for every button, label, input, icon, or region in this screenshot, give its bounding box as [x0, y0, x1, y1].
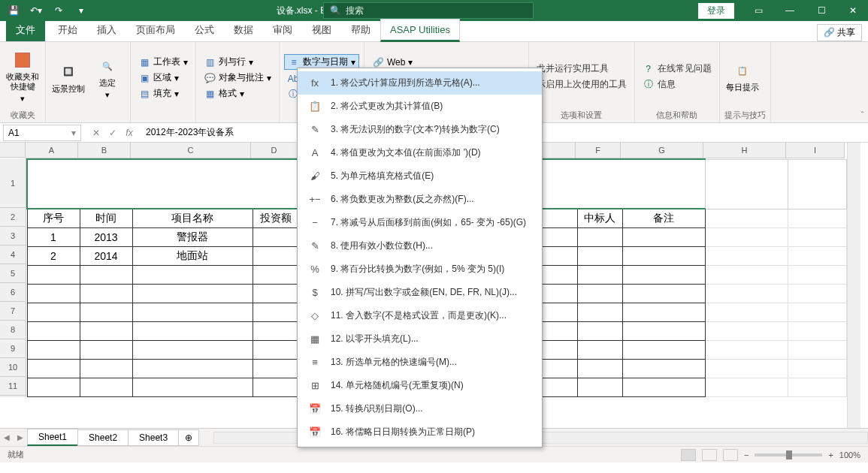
cell[interactable]: [622, 227, 705, 246]
cell[interactable]: [788, 227, 846, 246]
range-button[interactable]: ▣区域 ▾: [135, 71, 191, 85]
col-header-G[interactable]: G: [621, 143, 703, 158]
cell[interactable]: 时间: [80, 209, 132, 227]
cell[interactable]: [27, 321, 80, 340]
maximize-icon[interactable]: ☐: [806, 0, 836, 21]
col-header-B[interactable]: B: [78, 143, 131, 158]
menu-item-2[interactable]: 📋2. 将公式更改为其计算值(B): [298, 95, 542, 118]
col-header-D[interactable]: D: [251, 143, 298, 158]
search-box[interactable]: 🔍 搜索: [323, 2, 534, 19]
tab-formulas[interactable]: 公式: [185, 18, 224, 41]
cell[interactable]: [80, 303, 132, 321]
cell[interactable]: [577, 378, 622, 396]
cell[interactable]: [788, 284, 846, 303]
menu-item-9[interactable]: %9. 将百分比转换为数字(例如，5% 变为 5)(I): [298, 258, 542, 281]
tab-review[interactable]: 审阅: [263, 18, 302, 41]
sheet-tab-3[interactable]: Sheet3: [128, 429, 179, 446]
fill-button[interactable]: ▤填充 ▾: [135, 86, 191, 101]
row-header-10[interactable]: 10: [0, 358, 26, 377]
tab-layout[interactable]: 页面布局: [126, 18, 185, 41]
sheet-tab-2[interactable]: Sheet2: [77, 429, 129, 446]
row-headers[interactable]: 1234567891011: [0, 158, 26, 397]
row-header-4[interactable]: 4: [0, 246, 26, 264]
row-header-9[interactable]: 9: [0, 339, 26, 358]
cell[interactable]: [622, 378, 705, 396]
cell[interactable]: [253, 321, 299, 340]
daily-tip-button[interactable]: 📋每日提示: [724, 45, 761, 108]
cell[interactable]: [705, 359, 788, 378]
row-header-2[interactable]: 2: [0, 208, 26, 227]
zoom-out-icon[interactable]: −: [744, 450, 749, 459]
cell[interactable]: [622, 284, 705, 303]
faq-button[interactable]: ?在线常见问题: [640, 62, 715, 76]
web-button[interactable]: 🔗Web ▾: [369, 56, 416, 69]
menu-item-10[interactable]: $10. 拼写/写出数字或金额(EN, DE, FR, NL)(J)...: [298, 281, 542, 304]
row-header-6[interactable]: 6: [0, 283, 26, 302]
menu-item-13[interactable]: ≡13. 所选单元格的快速编号(M)...: [298, 351, 542, 374]
format-button[interactable]: ▦格式 ▾: [201, 86, 274, 101]
col-header-A[interactable]: A: [26, 143, 78, 158]
cell[interactable]: [577, 340, 622, 359]
menu-item-4[interactable]: A4. 将值更改为文本值(在前面添加 ')(D): [298, 141, 542, 164]
login-button[interactable]: 登录: [698, 3, 734, 19]
cell[interactable]: [577, 246, 622, 265]
menu-item-14[interactable]: ⊞14. 单元格随机编号(无重复项)(N): [298, 374, 542, 397]
undo-icon[interactable]: ↶▾: [27, 2, 45, 20]
cell[interactable]: [577, 284, 622, 303]
cell[interactable]: [80, 340, 132, 359]
cell[interactable]: 警报器: [132, 227, 253, 246]
cell[interactable]: [132, 340, 253, 359]
cell[interactable]: 备注: [622, 209, 705, 227]
tab-file[interactable]: 文件: [6, 18, 45, 41]
cell[interactable]: [253, 284, 299, 303]
menu-item-1[interactable]: fx1. 将公式/计算应用到所选单元格(A)...: [298, 71, 542, 95]
row-header-5[interactable]: 5: [0, 264, 26, 283]
cell[interactable]: [622, 340, 705, 359]
cell[interactable]: [253, 378, 299, 396]
cell[interactable]: [132, 321, 253, 340]
cell[interactable]: 项目名称: [132, 209, 253, 227]
cols-rows-button[interactable]: ▥列与行 ▾: [201, 55, 274, 69]
cell[interactable]: [788, 265, 846, 284]
cell[interactable]: 投资额: [253, 209, 299, 227]
cell[interactable]: 2014: [80, 246, 132, 265]
cell[interactable]: [577, 227, 622, 246]
sheet-nav-next-icon[interactable]: ▶: [14, 433, 27, 441]
cell[interactable]: [788, 378, 846, 396]
cell[interactable]: [577, 359, 622, 378]
row-header-7[interactable]: 7: [0, 302, 26, 321]
close-icon[interactable]: ✕: [838, 0, 868, 21]
cell[interactable]: [27, 359, 80, 378]
zoom-in-icon[interactable]: +: [828, 450, 833, 459]
save-icon[interactable]: 💾: [5, 2, 23, 20]
row-header-11[interactable]: 11: [0, 377, 26, 396]
tab-view[interactable]: 视图: [302, 18, 341, 41]
cell[interactable]: [80, 321, 132, 340]
minimize-icon[interactable]: —: [775, 0, 805, 21]
cell[interactable]: [705, 209, 788, 227]
cell[interactable]: [622, 303, 705, 321]
col-header-C[interactable]: C: [131, 143, 251, 158]
row-header-3[interactable]: 3: [0, 227, 26, 246]
menu-item-6[interactable]: +−6. 将负数更改为整数(反之亦然)(F)...: [298, 188, 542, 211]
cell[interactable]: [705, 378, 788, 396]
cell[interactable]: [788, 340, 846, 359]
share-button[interactable]: 🔗 共享: [817, 24, 862, 41]
objects-button[interactable]: 💬对象与批注 ▾: [201, 71, 274, 85]
cell[interactable]: [132, 265, 253, 284]
cell[interactable]: [80, 359, 132, 378]
cell[interactable]: [788, 303, 846, 321]
tab-help[interactable]: 帮助: [341, 18, 380, 41]
cell[interactable]: 序号: [27, 209, 80, 227]
cancel-formula-icon[interactable]: ✕: [89, 128, 104, 138]
select-all-corner[interactable]: [0, 143, 26, 158]
cell[interactable]: [253, 227, 299, 246]
cell[interactable]: 2013: [80, 227, 132, 246]
cell[interactable]: [253, 340, 299, 359]
vision-button[interactable]: 🔲远景控制: [50, 45, 86, 110]
cell[interactable]: [80, 284, 132, 303]
worksheet-button[interactable]: ▦工作表 ▾: [135, 55, 191, 69]
tab-asap-utilities[interactable]: ASAP Utilities: [380, 19, 460, 42]
vertical-scrollbar[interactable]: [847, 143, 860, 428]
info2-button[interactable]: ⓘ信息: [640, 77, 715, 92]
